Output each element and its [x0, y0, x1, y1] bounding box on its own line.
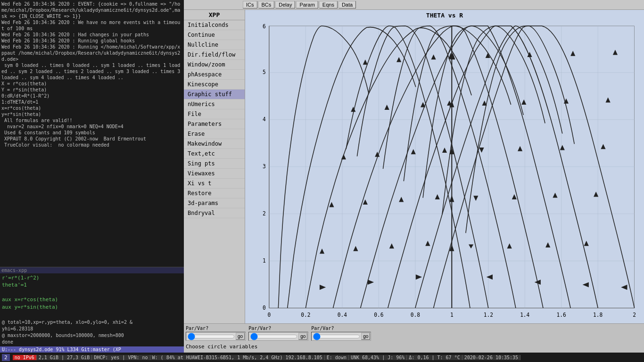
left-panel: Wed Feb 26 10:34:36 2020 : EVENT: {cooki… [0, 0, 184, 353]
svg-text:3: 3 [263, 163, 266, 170]
top-area: Wed Feb 26 10:34:36 2020 : EVENT: {cooki… [0, 0, 644, 353]
status-seg: 2,1 GiB | 27,3 GiB [37, 355, 92, 360]
menu-item-kinescope[interactable]: Kinescope [184, 80, 245, 90]
par-var-slider-3[interactable] [313, 335, 360, 338]
main-content: XPP InitialcondsContinueNullclineDir.fie… [184, 10, 644, 323]
par-var-group-3: Par/Var? go [311, 326, 371, 341]
par-var-label-2: Par/Var? [248, 326, 308, 331]
graph-svg: 0 1 2 3 4 5 6 0 0.2 0.4 0.6 [248, 21, 642, 321]
par-var-go-2[interactable]: go [298, 333, 307, 340]
svg-text:1: 1 [450, 312, 454, 319]
menu-item-bndryval[interactable]: Bndryval [184, 208, 245, 218]
top-btn-ics[interactable]: ICs [243, 1, 257, 8]
emacs-title-bar: emacs-xpp [0, 267, 184, 273]
menu-item-phasespace[interactable]: phAsespace [184, 70, 245, 80]
svg-text:4: 4 [263, 116, 266, 123]
svg-text:0.2: 0.2 [301, 312, 310, 319]
svg-text:6: 6 [263, 23, 266, 30]
emacs-mode-line: U:--- dynsys2d.ode 91% L334 Git:master (… [0, 346, 184, 353]
status-seg: DHCP: yes | VPN: no [92, 355, 150, 360]
par-var-go-3[interactable]: go [361, 333, 370, 340]
par-var-label-1: Par/Var? [186, 326, 246, 331]
status-seg: 2020-02-26 10:35:35 [462, 355, 520, 360]
menu-item-dir-field-flow[interactable]: Dir.field/flow [184, 50, 245, 60]
menu-item-numerics[interactable]: nUmerics [184, 99, 245, 109]
svg-text:2: 2 [633, 312, 636, 319]
par-var-slider-1[interactable] [188, 335, 235, 338]
top-btn-data[interactable]: Data [339, 1, 356, 8]
status-seg: Δ: 0,16 | T: 67 °C [407, 355, 462, 360]
status-seg: no IPv6 [13, 355, 37, 360]
menu-item-3d-params[interactable]: 3d-params [184, 198, 245, 208]
menu-item-sing-pts[interactable]: Sing pts [184, 159, 245, 169]
svg-text:0: 0 [263, 304, 266, 311]
emacs-content: r'=r*(1-r^2) theta'=1 aux x=r*cos(theta)… [0, 273, 184, 312]
top-buttons-spacer [185, 1, 242, 8]
status-seg: W: ( 84% at HUAWEI-B315-6B51, 1 Mb/s, 2,… [150, 355, 325, 360]
menu-item-file[interactable]: File [184, 109, 245, 119]
menu-item-initialconds[interactable]: Initialconds [184, 20, 245, 30]
top-btn-delay[interactable]: Delay [275, 1, 295, 8]
par-var-slider-2[interactable] [250, 335, 297, 338]
circle-vars-label: Choose circle variables [186, 343, 642, 351]
graph-title: THETA vs R [245, 10, 644, 21]
menu-item-nullcline[interactable]: Nullcline [184, 40, 245, 50]
status-bar: 2 no IPv62,1 GiB | 27,3 GiBDHCP: yes | V… [0, 353, 644, 362]
menu-item-makewindow[interactable]: Makewindow [184, 139, 245, 149]
par-var-row: Par/Var? go Par/Var? go Par/Var? [186, 326, 642, 341]
menu-items-container: InitialcondsContinueNullclineDir.field/f… [184, 20, 245, 218]
status-seg: E: down [325, 355, 349, 360]
xpp-menu: XPP InitialcondsContinueNullclineDir.fie… [184, 10, 245, 323]
par-var-input-3[interactable]: go [311, 332, 371, 341]
menu-item-restore[interactable]: Restore [184, 189, 245, 198]
menu-item-xi-vs-t[interactable]: Xi vs t [184, 179, 245, 189]
menu-item-viewaxes[interactable]: Viewaxes [184, 169, 245, 179]
svg-text:0.4: 0.4 [338, 312, 347, 319]
svg-text:5: 5 [263, 69, 266, 76]
menu-item-text-etc[interactable]: Text,etc [184, 149, 245, 159]
top-btn-eqns[interactable]: Eqns [319, 1, 338, 8]
status-seg: UNK 68,43% | J: 96% [349, 355, 407, 360]
par-var-group-2: Par/Var? go [248, 326, 308, 341]
terminal-output: Wed Feb 26 10:34:36 2020 : EVENT: {cooki… [0, 0, 184, 267]
par-var-label-3: Par/Var? [311, 326, 371, 331]
xpp-menu-title: XPP [184, 10, 245, 20]
tab-num: 2 [2, 354, 10, 361]
svg-text:2: 2 [263, 210, 266, 217]
menu-item-parameters[interactable]: Parameters [184, 119, 245, 129]
svg-text:0: 0 [268, 312, 271, 319]
emacs-mode-line-text: U:--- dynsys2d.ode 91% L334 Git:master (… [2, 347, 121, 352]
emacs-bottom: @ total=10,xp=r,yp=theta, xlo=0,ylo=0, x… [0, 312, 184, 346]
svg-text:1.6: 1.6 [557, 312, 566, 319]
top-btn-bcs[interactable]: BCs [258, 1, 275, 8]
menu-item-window-zoom[interactable]: Window/zoom [184, 60, 245, 70]
graph-area: THETA vs R 0 1 [245, 10, 644, 323]
menu-item-erase[interactable]: Erase [184, 129, 245, 139]
svg-text:1.2: 1.2 [484, 312, 493, 319]
menu-item-graphic-stuff[interactable]: Graphic stuff [184, 90, 245, 99]
bottom-controls: Par/Var? go Par/Var? go Par/Var? [184, 323, 644, 353]
par-var-input-2[interactable]: go [248, 332, 308, 341]
svg-text:1.8: 1.8 [593, 312, 603, 319]
par-var-go-1[interactable]: go [236, 333, 245, 340]
top-btn-param[interactable]: Param [296, 1, 318, 8]
svg-text:1: 1 [263, 257, 266, 264]
right-panel: ICsBCsDelayParamEqnsData XPP Initialcond… [184, 0, 644, 353]
par-var-group-1: Par/Var? go [186, 326, 246, 341]
graph-canvas-container[interactable]: 0 1 2 3 4 5 6 0 0.2 0.4 0.6 [248, 21, 642, 321]
menu-item-continue[interactable]: Continue [184, 30, 245, 40]
status-segments-container: no IPv62,1 GiB | 27,3 GiBDHCP: yes | VPN… [13, 355, 642, 360]
svg-text:0.8: 0.8 [411, 312, 420, 319]
par-var-input-1[interactable]: go [186, 332, 246, 341]
svg-text:0.6: 0.6 [374, 312, 383, 319]
svg-text:1.4: 1.4 [520, 312, 529, 319]
xpp-top-buttons: ICsBCsDelayParamEqnsData [184, 0, 644, 10]
